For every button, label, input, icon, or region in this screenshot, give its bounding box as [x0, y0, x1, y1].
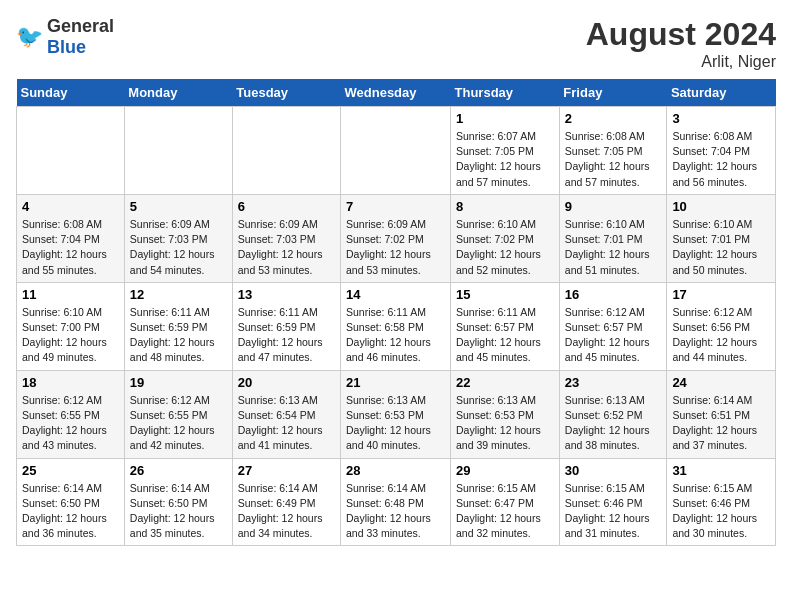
day-info: Sunrise: 6:10 AMSunset: 7:01 PMDaylight:… [565, 217, 662, 278]
calendar-cell [341, 107, 451, 195]
day-info: Sunrise: 6:13 AMSunset: 6:53 PMDaylight:… [456, 393, 554, 454]
calendar-cell: 16Sunrise: 6:12 AMSunset: 6:57 PMDayligh… [559, 282, 667, 370]
day-info: Sunrise: 6:10 AMSunset: 7:01 PMDaylight:… [672, 217, 770, 278]
day-info: Sunrise: 6:11 AMSunset: 6:59 PMDaylight:… [130, 305, 227, 366]
day-number: 8 [456, 199, 554, 214]
day-number: 6 [238, 199, 335, 214]
day-number: 5 [130, 199, 227, 214]
calendar-cell: 2Sunrise: 6:08 AMSunset: 7:05 PMDaylight… [559, 107, 667, 195]
calendar-cell: 20Sunrise: 6:13 AMSunset: 6:54 PMDayligh… [232, 370, 340, 458]
day-number: 18 [22, 375, 119, 390]
day-info: Sunrise: 6:12 AMSunset: 6:57 PMDaylight:… [565, 305, 662, 366]
day-number: 21 [346, 375, 445, 390]
day-number: 27 [238, 463, 335, 478]
day-info: Sunrise: 6:15 AMSunset: 6:47 PMDaylight:… [456, 481, 554, 542]
calendar-cell: 15Sunrise: 6:11 AMSunset: 6:57 PMDayligh… [451, 282, 560, 370]
weekday-header-row: SundayMondayTuesdayWednesdayThursdayFrid… [17, 79, 776, 107]
day-info: Sunrise: 6:08 AMSunset: 7:04 PMDaylight:… [672, 129, 770, 190]
day-info: Sunrise: 6:14 AMSunset: 6:49 PMDaylight:… [238, 481, 335, 542]
calendar-cell: 8Sunrise: 6:10 AMSunset: 7:02 PMDaylight… [451, 194, 560, 282]
weekday-header-wednesday: Wednesday [341, 79, 451, 107]
day-number: 20 [238, 375, 335, 390]
day-number: 3 [672, 111, 770, 126]
day-info: Sunrise: 6:12 AMSunset: 6:55 PMDaylight:… [22, 393, 119, 454]
day-number: 11 [22, 287, 119, 302]
day-info: Sunrise: 6:15 AMSunset: 6:46 PMDaylight:… [672, 481, 770, 542]
day-info: Sunrise: 6:10 AMSunset: 7:02 PMDaylight:… [456, 217, 554, 278]
day-info: Sunrise: 6:11 AMSunset: 6:59 PMDaylight:… [238, 305, 335, 366]
weekday-header-thursday: Thursday [451, 79, 560, 107]
day-number: 14 [346, 287, 445, 302]
calendar-cell: 7Sunrise: 6:09 AMSunset: 7:02 PMDaylight… [341, 194, 451, 282]
day-number: 26 [130, 463, 227, 478]
day-number: 29 [456, 463, 554, 478]
day-info: Sunrise: 6:13 AMSunset: 6:53 PMDaylight:… [346, 393, 445, 454]
page-header: 🐦 General Blue August 2024 Arlit, Niger [16, 16, 776, 71]
weekday-header-tuesday: Tuesday [232, 79, 340, 107]
calendar-cell: 19Sunrise: 6:12 AMSunset: 6:55 PMDayligh… [124, 370, 232, 458]
day-info: Sunrise: 6:09 AMSunset: 7:03 PMDaylight:… [238, 217, 335, 278]
day-info: Sunrise: 6:12 AMSunset: 6:55 PMDaylight:… [130, 393, 227, 454]
calendar-cell: 10Sunrise: 6:10 AMSunset: 7:01 PMDayligh… [667, 194, 776, 282]
day-info: Sunrise: 6:12 AMSunset: 6:56 PMDaylight:… [672, 305, 770, 366]
logo-bird-icon: 🐦 [16, 24, 43, 50]
day-info: Sunrise: 6:14 AMSunset: 6:50 PMDaylight:… [22, 481, 119, 542]
calendar-cell: 21Sunrise: 6:13 AMSunset: 6:53 PMDayligh… [341, 370, 451, 458]
calendar-cell: 24Sunrise: 6:14 AMSunset: 6:51 PMDayligh… [667, 370, 776, 458]
location: Arlit, Niger [586, 53, 776, 71]
day-info: Sunrise: 6:13 AMSunset: 6:54 PMDaylight:… [238, 393, 335, 454]
day-number: 4 [22, 199, 119, 214]
weekday-header-saturday: Saturday [667, 79, 776, 107]
calendar-cell: 3Sunrise: 6:08 AMSunset: 7:04 PMDaylight… [667, 107, 776, 195]
calendar-week-2: 4Sunrise: 6:08 AMSunset: 7:04 PMDaylight… [17, 194, 776, 282]
calendar-table: SundayMondayTuesdayWednesdayThursdayFrid… [16, 79, 776, 546]
day-number: 28 [346, 463, 445, 478]
logo-blue: Blue [47, 37, 86, 57]
day-info: Sunrise: 6:14 AMSunset: 6:48 PMDaylight:… [346, 481, 445, 542]
day-number: 10 [672, 199, 770, 214]
calendar-cell: 1Sunrise: 6:07 AMSunset: 7:05 PMDaylight… [451, 107, 560, 195]
calendar-cell: 14Sunrise: 6:11 AMSunset: 6:58 PMDayligh… [341, 282, 451, 370]
calendar-cell: 28Sunrise: 6:14 AMSunset: 6:48 PMDayligh… [341, 458, 451, 546]
calendar-cell: 17Sunrise: 6:12 AMSunset: 6:56 PMDayligh… [667, 282, 776, 370]
day-info: Sunrise: 6:10 AMSunset: 7:00 PMDaylight:… [22, 305, 119, 366]
day-number: 19 [130, 375, 227, 390]
day-info: Sunrise: 6:15 AMSunset: 6:46 PMDaylight:… [565, 481, 662, 542]
day-number: 30 [565, 463, 662, 478]
calendar-week-3: 11Sunrise: 6:10 AMSunset: 7:00 PMDayligh… [17, 282, 776, 370]
calendar-cell [232, 107, 340, 195]
day-number: 25 [22, 463, 119, 478]
calendar-week-4: 18Sunrise: 6:12 AMSunset: 6:55 PMDayligh… [17, 370, 776, 458]
calendar-cell: 26Sunrise: 6:14 AMSunset: 6:50 PMDayligh… [124, 458, 232, 546]
calendar-cell: 13Sunrise: 6:11 AMSunset: 6:59 PMDayligh… [232, 282, 340, 370]
calendar-cell: 27Sunrise: 6:14 AMSunset: 6:49 PMDayligh… [232, 458, 340, 546]
calendar-cell: 29Sunrise: 6:15 AMSunset: 6:47 PMDayligh… [451, 458, 560, 546]
title-section: August 2024 Arlit, Niger [586, 16, 776, 71]
day-number: 17 [672, 287, 770, 302]
calendar-cell: 12Sunrise: 6:11 AMSunset: 6:59 PMDayligh… [124, 282, 232, 370]
day-info: Sunrise: 6:14 AMSunset: 6:50 PMDaylight:… [130, 481, 227, 542]
day-info: Sunrise: 6:11 AMSunset: 6:57 PMDaylight:… [456, 305, 554, 366]
day-number: 24 [672, 375, 770, 390]
logo: 🐦 General Blue [16, 16, 114, 58]
day-number: 1 [456, 111, 554, 126]
calendar-cell: 22Sunrise: 6:13 AMSunset: 6:53 PMDayligh… [451, 370, 560, 458]
calendar-cell [17, 107, 125, 195]
day-info: Sunrise: 6:07 AMSunset: 7:05 PMDaylight:… [456, 129, 554, 190]
calendar-cell [124, 107, 232, 195]
calendar-cell: 31Sunrise: 6:15 AMSunset: 6:46 PMDayligh… [667, 458, 776, 546]
day-info: Sunrise: 6:14 AMSunset: 6:51 PMDaylight:… [672, 393, 770, 454]
day-number: 16 [565, 287, 662, 302]
day-number: 15 [456, 287, 554, 302]
day-info: Sunrise: 6:08 AMSunset: 7:05 PMDaylight:… [565, 129, 662, 190]
weekday-header-monday: Monday [124, 79, 232, 107]
day-number: 13 [238, 287, 335, 302]
calendar-cell: 5Sunrise: 6:09 AMSunset: 7:03 PMDaylight… [124, 194, 232, 282]
day-number: 9 [565, 199, 662, 214]
calendar-week-5: 25Sunrise: 6:14 AMSunset: 6:50 PMDayligh… [17, 458, 776, 546]
day-info: Sunrise: 6:13 AMSunset: 6:52 PMDaylight:… [565, 393, 662, 454]
month-year: August 2024 [586, 16, 776, 53]
calendar-cell: 30Sunrise: 6:15 AMSunset: 6:46 PMDayligh… [559, 458, 667, 546]
calendar-cell: 18Sunrise: 6:12 AMSunset: 6:55 PMDayligh… [17, 370, 125, 458]
day-number: 23 [565, 375, 662, 390]
